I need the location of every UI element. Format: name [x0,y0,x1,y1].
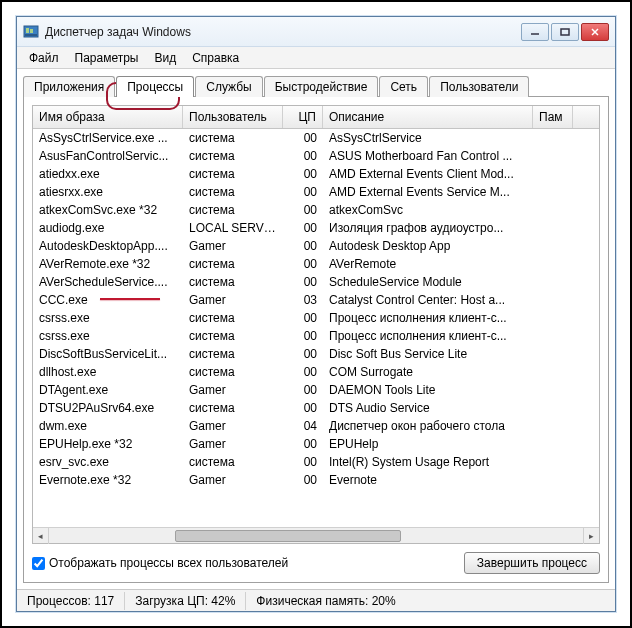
app-icon [23,24,39,40]
menubar: Файл Параметры Вид Справка [17,47,615,69]
cell-memory [533,155,573,157]
table-row[interactable]: dllhost.exeсистема00COM Surrogate [33,363,599,381]
scroll-thumb[interactable] [175,530,401,542]
cell-description: Процесс исполнения клиент-с... [323,310,533,326]
cell-memory [533,209,573,211]
menu-view[interactable]: Вид [146,49,184,67]
cell-cpu: 00 [283,202,323,218]
checkbox-input[interactable] [32,557,45,570]
tab-applications[interactable]: Приложения [23,76,115,97]
cell-memory [533,245,573,247]
svg-rect-3 [30,29,33,33]
cell-cpu: 00 [283,364,323,380]
cell-description: Intel(R) System Usage Report [323,454,533,470]
cell-description: ASUS Motherboard Fan Control ... [323,148,533,164]
cell-cpu: 00 [283,166,323,182]
scroll-right-icon[interactable]: ▸ [583,528,599,544]
window-title: Диспетчер задач Windows [45,25,521,39]
table-row[interactable]: csrss.exeсистема00Процесс исполнения кли… [33,309,599,327]
cell-cpu: 00 [283,148,323,164]
cell-cpu: 00 [283,238,323,254]
table-row[interactable]: atiedxx.exeсистема00AMD External Events … [33,165,599,183]
cell-user: система [183,202,283,218]
column-description[interactable]: Описание [323,106,533,128]
table-row[interactable]: Evernote.exe *32Gamer00Evernote [33,471,599,489]
cell-user: система [183,166,283,182]
cell-image-name: Evernote.exe *32 [33,472,183,488]
table-row[interactable]: audiodg.exeLOCAL SERVICE00Изоляция графо… [33,219,599,237]
cell-image-name: AVerScheduleService.... [33,274,183,290]
table-row[interactable]: DiscSoftBusServiceLit...система00Disc So… [33,345,599,363]
cell-cpu: 03 [283,292,323,308]
minimize-button[interactable] [521,23,549,41]
table-row[interactable]: EPUHelp.exe *32Gamer00EPUHelp [33,435,599,453]
table-row[interactable]: AVerRemote.exe *32система00AVerRemote [33,255,599,273]
cell-image-name: CCC.exe [33,292,183,308]
column-cpu[interactable]: ЦП [283,106,323,128]
cell-user: система [183,130,283,146]
cell-description: Disc Soft Bus Service Lite [323,346,533,362]
cell-image-name: csrss.exe [33,310,183,326]
tab-networking[interactable]: Сеть [379,76,428,97]
table-row[interactable]: AVerScheduleService....система00Schedule… [33,273,599,291]
menu-options[interactable]: Параметры [67,49,147,67]
cell-description: EPUHelp [323,436,533,452]
cell-user: Gamer [183,472,283,488]
cell-image-name: dwm.exe [33,418,183,434]
tab-processes[interactable]: Процессы [116,76,194,97]
table-row[interactable]: AutodeskDesktopApp....Gamer00Autodesk De… [33,237,599,255]
cell-description: Изоляция графов аудиоустро... [323,220,533,236]
cell-description: Catalyst Control Center: Host a... [323,292,533,308]
horizontal-scrollbar[interactable]: ◂ ▸ [33,527,599,543]
table-row[interactable]: atkexComSvc.exe *32система00atkexComSvc [33,201,599,219]
menu-help[interactable]: Справка [184,49,247,67]
cell-memory [533,317,573,319]
cell-description: Evernote [323,472,533,488]
column-user[interactable]: Пользователь [183,106,283,128]
cell-image-name: AVerRemote.exe *32 [33,256,183,272]
cell-memory [533,389,573,391]
table-row[interactable]: DTAgent.exeGamer00DAEMON Tools Lite [33,381,599,399]
cell-memory [533,173,573,175]
cell-memory [533,281,573,283]
svg-rect-1 [25,34,37,36]
cell-cpu: 00 [283,400,323,416]
maximize-button[interactable] [551,23,579,41]
cell-cpu: 00 [283,130,323,146]
tab-services[interactable]: Службы [195,76,262,97]
menu-file[interactable]: Файл [21,49,67,67]
process-list[interactable]: Имя образа Пользователь ЦП Описание Пам … [32,105,600,544]
tab-performance[interactable]: Быстродействие [264,76,379,97]
cell-image-name: DTSU2PAuSrv64.exe [33,400,183,416]
table-row[interactable]: csrss.exeсистема00Процесс исполнения кли… [33,327,599,345]
cell-description: DTS Audio Service [323,400,533,416]
table-row[interactable]: esrv_svc.exeсистема00Intel(R) System Usa… [33,453,599,471]
column-memory[interactable]: Пам [533,106,573,128]
scroll-left-icon[interactable]: ◂ [33,528,49,544]
tab-content: Имя образа Пользователь ЦП Описание Пам … [23,96,609,583]
close-button[interactable] [581,23,609,41]
status-process-count: Процессов: 117 [17,592,125,610]
show-all-users-checkbox[interactable]: Отображать процессы всех пользователей [32,556,288,570]
cell-image-name: audiodg.exe [33,220,183,236]
tab-users[interactable]: Пользователи [429,76,529,97]
table-row[interactable]: DTSU2PAuSrv64.exeсистема00DTS Audio Serv… [33,399,599,417]
cell-memory [533,137,573,139]
table-row[interactable]: atiesrxx.exeсистема00AMD External Events… [33,183,599,201]
cell-image-name: dllhost.exe [33,364,183,380]
list-body[interactable]: AsSysCtrlService.exe ...система00AsSysCt… [33,129,599,527]
task-manager-window: Диспетчер задач Windows Файл Параметры В… [16,16,616,612]
cell-cpu: 00 [283,436,323,452]
table-row[interactable]: AsusFanControlServic...система00ASUS Mot… [33,147,599,165]
end-process-button[interactable]: Завершить процесс [464,552,600,574]
cell-user: Gamer [183,292,283,308]
table-row[interactable]: dwm.exeGamer04Диспетчер окон рабочего ст… [33,417,599,435]
cell-user: Gamer [183,436,283,452]
cell-description: atkexComSvc [323,202,533,218]
table-row[interactable]: AsSysCtrlService.exe ...система00AsSysCt… [33,129,599,147]
table-row[interactable]: CCC.exeGamer03Catalyst Control Center: H… [33,291,599,309]
titlebar[interactable]: Диспетчер задач Windows [17,17,615,47]
cell-description: Autodesk Desktop App [323,238,533,254]
cell-cpu: 00 [283,184,323,200]
column-image-name[interactable]: Имя образа [33,106,183,128]
